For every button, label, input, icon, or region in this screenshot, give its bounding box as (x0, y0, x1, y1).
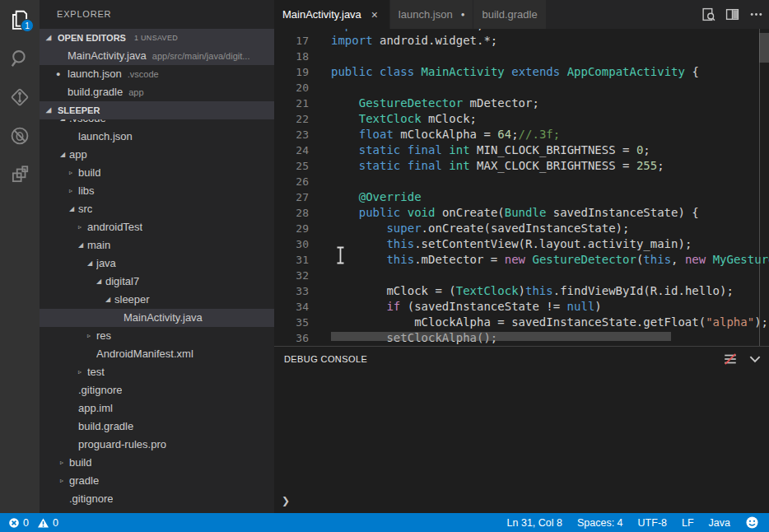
code-line-34[interactable]: 34 if (savedInstanceState != null) (274, 299, 769, 315)
code-line-23[interactable]: 23 float mClockAlpha = 64;//.3f; (274, 127, 769, 142)
cursor-position-status[interactable]: Ln 31, Col 8 (507, 517, 562, 529)
chevron-expanded-icon[interactable]: ◢ (105, 291, 114, 309)
open-editor-item-mainactivity-java[interactable]: MainActivity.javaapp/src/main/java/digit… (40, 47, 274, 65)
chevron-collapsed-icon[interactable]: ▹ (60, 472, 69, 490)
encoding-status[interactable]: UTF-8 (638, 517, 667, 529)
code-line-26[interactable]: 26 (274, 174, 769, 189)
dirty-indicator[interactable]: ● (461, 11, 465, 18)
tree-item-launch-json[interactable]: launch.json (40, 128, 274, 146)
tree-item-build[interactable]: ▹build (40, 164, 274, 182)
tree-item-build[interactable]: ▹build (40, 454, 274, 472)
close-icon[interactable]: × (368, 8, 381, 21)
chevron-collapsed-icon[interactable]: ▹ (87, 327, 96, 345)
problems-status[interactable]: 0 0 (8, 517, 58, 529)
code-line-30[interactable]: 30 this.setContentView(R.layout.activity… (274, 236, 769, 252)
code-line-20[interactable]: 20 (274, 80, 769, 96)
line-number[interactable]: 21 (274, 96, 309, 111)
tab-build-gradle[interactable]: build.gradle (473, 0, 545, 29)
chevron-collapsed-icon[interactable]: ▹ (69, 164, 78, 182)
tree-item-androidtest[interactable]: ▹androidTest (40, 218, 274, 236)
code-line-27[interactable]: 27 @Override (274, 189, 769, 205)
open-editors-header[interactable]: ◢ OPEN EDITORS 1 UNSAVED (40, 29, 274, 47)
tree-item-libs[interactable]: ▹libs (40, 182, 274, 200)
code-line-18[interactable]: 18 (274, 49, 769, 64)
feedback-smiley-icon[interactable] (745, 516, 759, 530)
split-editor-icon[interactable] (724, 7, 740, 23)
tree-item-main[interactable]: ◢main (40, 236, 274, 254)
code-line-33[interactable]: 33 mClock = (TextClock)this.findViewById… (274, 283, 769, 299)
clear-console-icon[interactable] (723, 352, 738, 366)
open-preview-icon[interactable] (700, 7, 716, 23)
line-number[interactable]: 25 (274, 158, 309, 174)
tree-item--gitignore[interactable]: .gitignore (40, 490, 274, 508)
tree-item-java[interactable]: ◢java (40, 254, 274, 273)
tree-item-proguard-rules-pro[interactable]: proguard-rules.pro (40, 436, 274, 454)
panel-title[interactable]: DEBUG CONSOLE (284, 354, 367, 364)
indentation-status[interactable]: Spaces: 4 (577, 517, 623, 529)
language-mode-status[interactable]: Java (709, 517, 730, 529)
line-number[interactable]: 17 (274, 33, 309, 49)
debug-view-button[interactable] (0, 116, 40, 155)
code-line-25[interactable]: 25 static final int MAX_CLOCK_BRIGHTNESS… (274, 158, 769, 174)
debug-console-input[interactable]: ❯ (274, 495, 769, 510)
chevron-expanded-icon[interactable]: ◢ (69, 200, 78, 218)
editor-horizontal-scrollbar[interactable] (331, 332, 671, 341)
line-number[interactable]: 35 (274, 315, 309, 330)
tree-item-gradle[interactable]: ▹gradle (40, 472, 274, 490)
open-editor-item-launch-json[interactable]: ● launch.json.vscode (40, 65, 274, 83)
line-number[interactable]: 36 (274, 330, 309, 346)
line-number[interactable]: 27 (274, 189, 309, 205)
open-editor-item-build-gradle[interactable]: build.gradleapp (40, 83, 274, 101)
chevron-collapsed-icon[interactable]: ▹ (69, 182, 78, 200)
line-number[interactable]: 32 (274, 268, 309, 283)
tree-item-sleeper[interactable]: ◢sleeper (40, 291, 274, 309)
tree-item--vscode[interactable]: ◢.vscode (40, 119, 274, 128)
chevron-expanded-icon[interactable]: ◢ (60, 146, 69, 164)
code-line-22[interactable]: 22 TextClock mClock; (274, 111, 769, 127)
line-number[interactable]: 33 (274, 283, 309, 299)
tab-mainactivity-java[interactable]: MainActivity.java × (274, 0, 389, 29)
search-view-button[interactable] (0, 39, 40, 77)
line-number[interactable]: 22 (274, 111, 309, 127)
code-line-21[interactable]: 21 GestureDetector mDetector; (274, 96, 769, 111)
line-number[interactable]: 29 (274, 221, 309, 236)
code-line-28[interactable]: 28 public void onCreate(Bundle savedInst… (274, 205, 769, 221)
chevron-expanded-icon[interactable]: ◢ (78, 236, 87, 254)
tab-launch-json[interactable]: launch.json ● (390, 0, 473, 29)
code-editor[interactable]: 16import android.view.*;17import android… (274, 29, 769, 346)
project-section-header[interactable]: ◢ SLEEPER (40, 101, 274, 119)
explorer-view-button[interactable]: 1 (0, 0, 40, 39)
line-number[interactable]: 34 (274, 299, 309, 315)
scrollbar-thumb[interactable] (759, 33, 769, 63)
code-line-29[interactable]: 29 super.onCreate(savedInstanceState); (274, 221, 769, 236)
tree-item--gitignore[interactable]: .gitignore (40, 381, 274, 399)
line-number[interactable]: 31 (274, 252, 309, 268)
line-number[interactable]: 19 (274, 64, 309, 80)
chevron-collapsed-icon[interactable]: ▹ (78, 218, 87, 236)
code-line-24[interactable]: 24 static final int MIN_CLOCK_BRIGHTNESS… (274, 142, 769, 158)
tree-item-src[interactable]: ◢src (40, 200, 274, 218)
line-number[interactable]: 23 (274, 127, 309, 142)
chevron-down-icon[interactable] (748, 352, 762, 366)
code-line-35[interactable]: 35 mClockAlpha = savedInstanceState.getF… (274, 315, 769, 330)
line-number[interactable]: 20 (274, 80, 309, 96)
tree-item-build-gradle[interactable]: build.gradle (40, 418, 274, 436)
source-control-view-button[interactable] (0, 77, 40, 116)
code-line-32[interactable]: 32 (274, 268, 769, 283)
line-number[interactable]: 26 (274, 174, 309, 189)
tree-item-test[interactable]: ▹test (40, 363, 274, 381)
line-number[interactable]: 28 (274, 205, 309, 221)
tree-item-app-iml[interactable]: app.iml (40, 399, 274, 418)
more-actions-icon[interactable] (748, 7, 764, 23)
tree-item-digital7[interactable]: ◢digital7 (40, 273, 274, 291)
eol-status[interactable]: LF (682, 517, 694, 529)
chevron-collapsed-icon[interactable]: ▹ (60, 454, 69, 472)
line-number[interactable]: 30 (274, 236, 309, 252)
line-number[interactable]: 18 (274, 49, 309, 64)
tree-item-androidmanifest-xml[interactable]: AndroidManifest.xml (40, 345, 274, 363)
chevron-expanded-icon[interactable]: ◢ (60, 119, 69, 128)
tree-item-app[interactable]: ◢app (40, 146, 274, 164)
editor-vertical-scrollbar[interactable] (759, 29, 769, 346)
tree-item-res[interactable]: ▹res (40, 327, 274, 345)
code-line-31[interactable]: 31 this.mDetector = new GestureDetector(… (274, 252, 769, 268)
